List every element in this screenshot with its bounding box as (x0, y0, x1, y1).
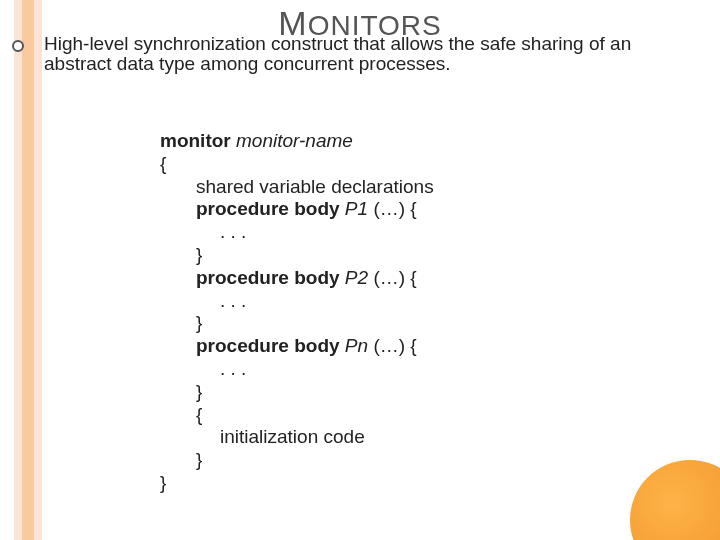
definition-text: High-level synchronization construct tha… (44, 34, 704, 74)
code-line: procedure body P2 (…) { (160, 267, 434, 290)
code-line: { (160, 153, 434, 176)
accent-bar-inner (22, 0, 34, 540)
code-line: procedure body P1 (…) { (160, 198, 434, 221)
code-line: . . . (160, 290, 434, 313)
code-line: initialization code (160, 426, 434, 449)
bullet-icon (12, 40, 24, 52)
code-line: } (160, 244, 434, 267)
code-line: procedure body Pn (…) { (160, 335, 434, 358)
code-line: . . . (160, 358, 434, 381)
code-rest: (…) { (368, 267, 417, 288)
code-rest: (…) { (368, 198, 417, 219)
code-line: } (160, 381, 434, 404)
code-line: . . . (160, 221, 434, 244)
code-rest: (…) { (368, 335, 417, 356)
em-pname: Pn (345, 335, 368, 356)
kw-monitor: monitor (160, 130, 231, 151)
code-line: } (160, 472, 434, 495)
em-pname: P1 (345, 198, 368, 219)
code-line: } (160, 312, 434, 335)
decorative-circle (630, 460, 720, 540)
em-pname: P2 (345, 267, 368, 288)
code-line: shared variable declarations (160, 176, 434, 199)
kw-procedure: procedure body (196, 267, 345, 288)
monitor-code-block: monitor monitor-name { shared variable d… (160, 130, 434, 495)
kw-procedure: procedure body (196, 335, 345, 356)
code-line: { (160, 404, 434, 427)
em-monitor-name: monitor-name (231, 130, 353, 151)
code-line: } (160, 449, 434, 472)
kw-procedure: procedure body (196, 198, 345, 219)
code-line: monitor monitor-name (160, 130, 434, 153)
